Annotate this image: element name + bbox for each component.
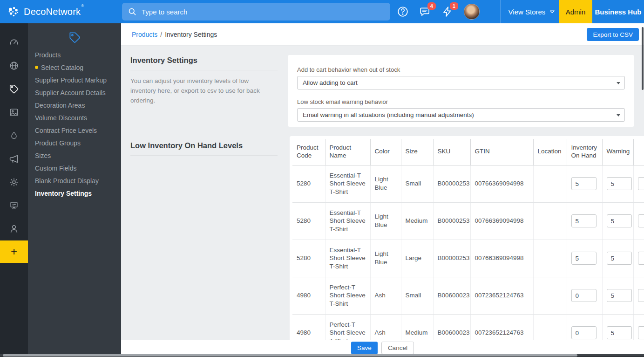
cell-code: 5280 <box>292 202 325 240</box>
breadcrumb: Products / Inventory Settings Export to … <box>121 23 644 46</box>
out-of-stock-select[interactable]: Allow adding to cart <box>297 76 625 89</box>
tab-business-hub[interactable]: Business Hub <box>592 0 644 23</box>
on_hand-input[interactable] <box>571 326 597 339</box>
dashboard-icon[interactable] <box>0 31 28 54</box>
sidebar-item-inventory-settings[interactable]: Inventory Settings <box>28 187 121 199</box>
cell-extra <box>633 277 644 314</box>
save-button[interactable]: Save <box>351 342 378 354</box>
settings-card: Add to cart behavior when out of stock A… <box>288 55 634 127</box>
on_hand-input[interactable] <box>571 252 597 265</box>
warning-input[interactable] <box>607 214 632 227</box>
customers-person-icon[interactable] <box>0 217 28 240</box>
settings-gear-icon[interactable] <box>0 171 28 194</box>
vertical-scrollbar[interactable] <box>642 27 644 90</box>
sidebar-item-sizes[interactable]: Sizes <box>28 149 121 162</box>
out-of-stock-value: Allow adding to cart <box>303 79 358 86</box>
cancel-button[interactable]: Cancel <box>381 342 414 354</box>
designer-easel-icon[interactable] <box>0 194 28 217</box>
sidebar-item-label: Contract Price Levels <box>35 127 97 134</box>
alerts-button[interactable]: 1 <box>441 6 454 18</box>
sidebar-item-decoration-areas[interactable]: Decoration Areas <box>28 99 121 111</box>
section-tag-icon <box>68 31 81 44</box>
extra-input[interactable] <box>638 177 644 190</box>
cell-extra <box>633 314 644 340</box>
out-of-stock-label: Add to cart behavior when out of stock <box>297 66 625 73</box>
sidebar-item-supplier-account-details[interactable]: Supplier Account Details <box>28 86 121 99</box>
topbar-divider <box>501 0 501 23</box>
column-header-on_hand: Inventory On Hand <box>567 139 602 165</box>
cell-size: Medium <box>401 314 433 340</box>
settings-description: You can adjust your inventory levels of … <box>130 76 270 106</box>
sidebar-item-blank-product-display[interactable]: Blank Product Display <box>28 174 121 187</box>
megaphone-icon[interactable] <box>0 147 28 171</box>
extra-input[interactable] <box>638 214 644 227</box>
search-input[interactable] <box>142 8 365 16</box>
horizontal-scrollbar-thumb[interactable] <box>3 354 577 357</box>
extra-input[interactable] <box>638 289 644 302</box>
products-tag-icon[interactable] <box>0 77 28 101</box>
warning-input[interactable] <box>607 252 632 265</box>
table-row: 5280Essential-T Short Sleeve T-ShirtLigh… <box>292 240 644 277</box>
cell-name: Perfect-T Short Sleeve T-Shirt <box>325 314 370 340</box>
cell-location <box>533 314 567 340</box>
tab-admin[interactable]: Admin <box>559 0 592 23</box>
messages-button[interactable]: 4 <box>419 6 431 18</box>
user-avatar[interactable] <box>464 4 480 20</box>
sidebar-item-label: Select Catalog <box>41 64 83 71</box>
sidebar-item-product-groups[interactable]: Product Groups <box>28 137 121 149</box>
sidebar-item-custom-fields[interactable]: Custom Fields <box>28 162 121 174</box>
breadcrumb-products-link[interactable]: Products <box>132 31 157 38</box>
low-stock-email-value: Email warning in all situations (includi… <box>303 111 474 118</box>
deconetwork-logo-icon <box>7 6 20 18</box>
cell-gtin: 00723652124763 <box>470 277 533 314</box>
search-box[interactable] <box>122 3 390 21</box>
media-image-icon[interactable] <box>0 101 28 124</box>
on_hand-input[interactable] <box>571 289 597 302</box>
on_hand-input[interactable] <box>571 214 597 227</box>
horizontal-scrollbar-track[interactable] <box>0 354 644 357</box>
brand-logo[interactable]: DecoNetwork® <box>0 6 115 18</box>
on_hand-input[interactable] <box>571 177 597 190</box>
cell-warning <box>602 240 633 277</box>
sidebar-item-products[interactable]: Products <box>28 48 121 61</box>
top-bar: DecoNetwork® 4 1 View St <box>0 0 644 23</box>
cell-code: 5280 <box>292 165 325 202</box>
cell-color: Light Blue <box>370 202 401 240</box>
search-icon <box>128 7 137 16</box>
column-header-name: Product Name <box>325 139 370 165</box>
globe-icon[interactable] <box>0 54 28 77</box>
sidebar-item-supplier-product-markup[interactable]: Supplier Product Markup <box>28 74 121 86</box>
content-area: Inventory Settings You can adjust your i… <box>121 46 644 340</box>
help-icon <box>397 6 409 18</box>
cell-warning <box>602 165 633 202</box>
warning-input[interactable] <box>607 289 632 302</box>
sidebar-item-label: Volume Discounts <box>35 114 87 122</box>
droplet-icon[interactable] <box>0 124 28 147</box>
sidebar-item-select-catalog[interactable]: Select Catalog <box>28 61 121 74</box>
warning-input[interactable] <box>607 177 632 190</box>
table-row: 4980Perfect-T Short Sleeve T-ShirtAshSma… <box>292 277 644 314</box>
sidebar-menu: ProductsSelect CatalogSupplier Product M… <box>28 48 121 199</box>
column-header-location: Location <box>533 139 567 165</box>
sidebar-item-volume-discounts[interactable]: Volume Discounts <box>28 111 121 124</box>
cell-color: Ash <box>370 314 401 340</box>
add-new-button[interactable]: + <box>0 240 28 263</box>
extra-input[interactable] <box>638 252 644 265</box>
extra-input[interactable] <box>638 326 644 339</box>
view-stores-button[interactable]: View Stores <box>508 0 557 23</box>
cell-code: 4980 <box>292 314 325 340</box>
export-to-csv-button[interactable]: Export to CSV <box>587 28 639 41</box>
cell-gtin: 00766369094998 <box>470 240 533 277</box>
sidebar-item-label: Blank Product Display <box>35 177 99 185</box>
cell-extra <box>633 165 644 202</box>
table-row: 5280Essential-T Short Sleeve T-ShirtLigh… <box>292 202 644 240</box>
warning-input[interactable] <box>607 326 632 339</box>
low-stock-email-select[interactable]: Email warning in all situations (includi… <box>297 108 625 122</box>
cell-name: Essential-T Short Sleeve T-Shirt <box>325 165 370 202</box>
sidebar-item-label: Custom Fields <box>35 165 76 172</box>
sidebar-item-contract-price-levels[interactable]: Contract Price Levels <box>28 124 121 137</box>
brand-name: DecoNetwork <box>24 7 81 17</box>
cell-warning <box>602 202 633 240</box>
help-button[interactable] <box>397 6 409 18</box>
breadcrumb-separator: / <box>160 31 162 38</box>
